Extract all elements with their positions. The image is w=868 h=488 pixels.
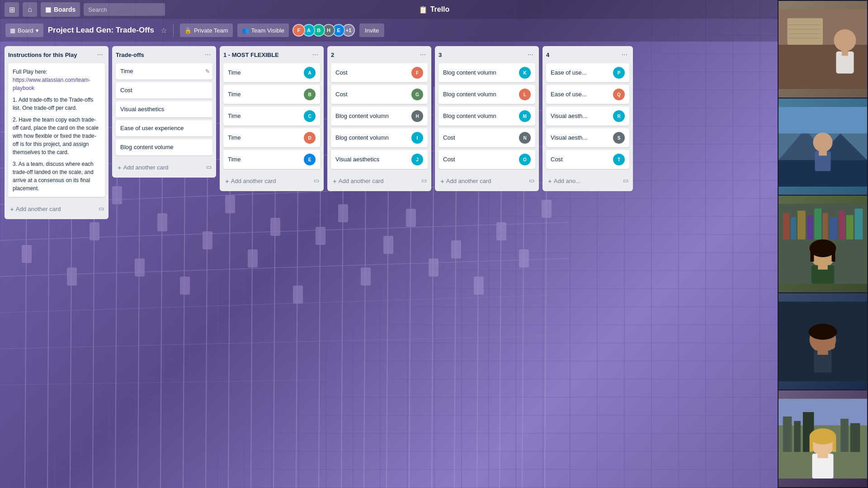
home-icon[interactable]: ⌂ <box>23 2 37 17</box>
card-time-f5[interactable]: Time E <box>223 150 320 169</box>
plus-icon: + <box>10 205 14 213</box>
card-text: Blog content volumn <box>335 134 409 142</box>
svg-rect-82 <box>830 217 838 239</box>
avatar-1[interactable]: F <box>292 24 305 37</box>
card-blog-c2-1[interactable]: Blog content volumn H <box>331 107 428 126</box>
add-card-button-col2[interactable]: + Add another card <box>331 174 420 188</box>
edit-button[interactable]: ✎ <box>205 68 210 75</box>
card-time-f3[interactable]: Time C <box>223 107 320 126</box>
card-ease-c4-2[interactable]: Ease of use... Q <box>546 85 629 104</box>
card-cost-c2-1[interactable]: Cost F <box>331 63 428 82</box>
list-col3: 3 ··· Blog content volumn K Blog content… <box>435 46 539 191</box>
add-card-button-flexible[interactable]: + Add another card <box>223 174 313 188</box>
card-text: Time <box>228 69 301 77</box>
lock-icon: 🔒 <box>184 27 192 34</box>
card-ease[interactable]: Ease of user experience <box>116 120 212 136</box>
play-link[interactable]: https://www.atlassian.com/team-playbook <box>13 77 90 91</box>
card-text: Blog content volume <box>120 143 208 151</box>
private-team-button[interactable]: 🔒 Private Team <box>180 23 233 37</box>
plus-icon: + <box>333 177 337 185</box>
card-text: Blog content volumn <box>335 112 409 120</box>
card-cost-c4[interactable]: Cost T <box>546 150 629 169</box>
card-text: Time <box>228 155 301 164</box>
apps-icon[interactable]: ⊞ <box>5 2 19 17</box>
card-cost[interactable]: Cost <box>116 82 212 99</box>
list-menu-button-col2[interactable]: ··· <box>418 50 428 60</box>
add-card-button-instructions[interactable]: + Add another card <box>8 202 98 216</box>
svg-point-97 <box>826 343 835 350</box>
card-text: Ease of use... <box>551 69 610 77</box>
card-avatar: B <box>304 89 316 100</box>
card-visual-c4-2[interactable]: Visual aesth... S <box>546 128 629 147</box>
svg-point-98 <box>809 324 837 339</box>
boards-button[interactable]: ▦ Boards <box>41 2 80 17</box>
trello-label: Trello <box>430 5 450 14</box>
card-avatar: S <box>613 132 625 144</box>
card-cost-c2-2[interactable]: Cost G <box>331 85 428 104</box>
list-title-trade-offs: Trade-offs <box>116 52 203 58</box>
card-time-f1[interactable]: Time A <box>223 63 320 82</box>
card-text: Blog content volumn <box>443 69 516 77</box>
archive-button-col3[interactable]: ▭ <box>528 176 535 185</box>
card-cost-c3-2[interactable]: Cost O <box>439 150 535 169</box>
card-blog-c3-2[interactable]: Blog content volumn L <box>439 85 535 104</box>
list-header-col2: 2 ··· <box>331 50 428 60</box>
archive-button-instructions[interactable]: ▭ <box>98 204 105 213</box>
card-blog[interactable]: Blog content volume <box>116 139 212 155</box>
card-text: Cost <box>551 155 610 164</box>
card-avatar: C <box>304 110 316 122</box>
search-input[interactable] <box>84 3 165 16</box>
card-avatar: K <box>519 67 531 79</box>
svg-rect-109 <box>810 436 813 452</box>
add-card-label-flexible: Add another card <box>231 178 276 184</box>
card-blog-c2-2[interactable]: Blog content volumn I <box>331 128 428 147</box>
archive-button-col4[interactable]: ▭ <box>622 176 629 185</box>
card-ease-c4-1[interactable]: Ease of use... P <box>546 63 629 82</box>
svg-point-108 <box>810 429 836 445</box>
list-menu-button-trade-offs[interactable]: ··· <box>203 50 212 60</box>
card-text: Time <box>120 67 208 75</box>
card-visual-c2[interactable]: Visual aesthetics J <box>331 150 428 169</box>
archive-button-col2[interactable]: ▭ <box>420 176 428 185</box>
list-title-col4: 4 <box>546 52 620 58</box>
list-menu-button-instructions[interactable]: ··· <box>95 50 105 60</box>
add-card-button-trade-offs[interactable]: + Add another card <box>116 161 205 174</box>
card-time-f2[interactable]: Time B <box>223 85 320 104</box>
svg-rect-70 <box>778 107 867 133</box>
add-card-button-col4[interactable]: + Add ano... <box>546 174 622 188</box>
star-button[interactable]: ☆ <box>160 26 167 35</box>
board-menu-button[interactable]: ▦ Board ▾ <box>5 23 43 37</box>
list-menu-button-col3[interactable]: ··· <box>526 50 535 60</box>
instructions-card[interactable]: Full Play here: https://www.atlassian.co… <box>8 63 105 197</box>
card-text: Cost <box>335 90 409 99</box>
svg-rect-80 <box>814 209 821 240</box>
card-time-f4[interactable]: Time D <box>223 128 320 147</box>
team-visible-button[interactable]: 👥 Team Visible <box>237 23 289 37</box>
card-blog-c3-3[interactable]: Blog content volumn M <box>439 107 535 126</box>
invite-button[interactable]: Invite <box>359 23 384 37</box>
list-col4: 4 ··· Ease of use... P Ease of use... Q … <box>542 46 633 191</box>
list-menu-button-flexible[interactable]: ··· <box>311 50 320 60</box>
svg-rect-105 <box>840 419 849 452</box>
svg-rect-76 <box>783 213 790 239</box>
card-blog-c3-1[interactable]: Blog content volumn K <box>439 63 535 82</box>
card-time[interactable]: Time ✎ <box>116 63 212 80</box>
card-cost-c3-1[interactable]: Cost N <box>439 128 535 147</box>
svg-rect-103 <box>794 421 801 452</box>
board-subheader: ▦ Board ▾ Project Lead Gen: Trade-Offs ☆… <box>0 19 868 42</box>
member-avatars: F A B H E +1 <box>295 24 355 37</box>
svg-rect-77 <box>791 217 796 239</box>
card-text: Cost <box>443 155 516 164</box>
card-visual[interactable]: Visual aesthetics <box>116 101 212 117</box>
card-avatar: Q <box>613 89 625 100</box>
add-card-button-col3[interactable]: + Add another card <box>439 174 528 188</box>
list-title-col3: 3 <box>439 52 526 58</box>
svg-rect-65 <box>842 49 848 56</box>
add-card-label-instructions: Add another card <box>16 206 61 212</box>
card-visual-c4-1[interactable]: Visual aesth... R <box>546 107 629 126</box>
svg-rect-73 <box>819 149 827 155</box>
private-team-label: Private Team <box>194 27 228 34</box>
archive-button-trade-offs[interactable]: ▭ <box>205 163 212 171</box>
list-menu-button-col4[interactable]: ··· <box>620 50 629 60</box>
archive-button-flexible[interactable]: ▭ <box>313 176 320 185</box>
